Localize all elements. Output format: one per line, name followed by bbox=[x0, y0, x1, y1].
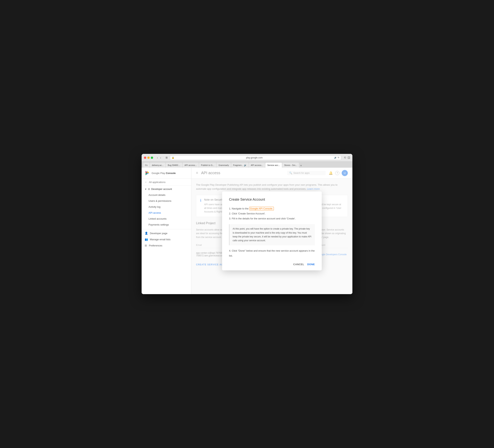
users-permissions-label: Users & permissions bbox=[148, 199, 171, 202]
back-arrow-icon: ← bbox=[145, 181, 147, 184]
modal-step2: 2. Click 'Create Service Account'. bbox=[229, 211, 315, 216]
sound-icon: 🔊 bbox=[334, 156, 337, 159]
linked-accounts-label: Linked accounts bbox=[148, 217, 167, 220]
nav-buttons: ‹ › bbox=[156, 156, 162, 160]
modal-step3: 3. Fill in the details for the service a… bbox=[229, 216, 315, 221]
modal-step1: 1. Navigate to the Google API Console. bbox=[229, 206, 315, 211]
lock-icon: 🔒 bbox=[172, 156, 174, 159]
modal-note: At this point, you will have the option … bbox=[229, 224, 315, 245]
back-button[interactable]: ‹ bbox=[156, 156, 159, 160]
tabs-bar: Cc delivery.ac... Bug 59400:... API acce… bbox=[142, 162, 352, 168]
reload-icon[interactable]: ↻ bbox=[338, 156, 339, 159]
toolbar-right: ⎋ ⊡ bbox=[344, 156, 350, 160]
tab-stores[interactable]: Stores - Sm... bbox=[282, 163, 299, 168]
payments-settings-label: Payments settings bbox=[148, 223, 169, 226]
sidebar-item-linked-accounts[interactable]: Linked accounts bbox=[142, 216, 191, 222]
sidebar-item-payments-settings[interactable]: Payments settings bbox=[142, 222, 191, 228]
modal-title: Create Service Account bbox=[229, 198, 315, 202]
sidebar-app-name: Google Play Console bbox=[152, 171, 176, 175]
sidebar-item-preferences[interactable]: ⊞ Preferences bbox=[142, 242, 191, 249]
close-button[interactable] bbox=[144, 157, 146, 159]
preferences-label: Preferences bbox=[149, 244, 162, 247]
manage-email-label: Manage email lists bbox=[150, 238, 171, 241]
account-details-label: Account details bbox=[148, 194, 165, 196]
sidebar-item-users-permissions[interactable]: Users & permissions bbox=[142, 198, 191, 204]
tab-api1[interactable]: API access... bbox=[183, 163, 199, 168]
preferences-icon: ⊞ bbox=[145, 244, 147, 247]
address-bar[interactable]: 🔒 play.google.com 🔊 ↻ bbox=[170, 155, 341, 160]
modal-create-service-account: Create Service Account 1. Navigate to th… bbox=[222, 191, 322, 270]
modal-steps: 1. Navigate to the Google API Console. 2… bbox=[229, 206, 315, 221]
main-panel: ≡ API access 🔍 🔔 ? U The Google Play Dev… bbox=[191, 168, 352, 294]
sidebar-divider-1 bbox=[142, 229, 191, 229]
developer-page-label: Developer page bbox=[150, 232, 167, 235]
chevron-down-icon: ▼ bbox=[145, 188, 147, 190]
titlebar: ‹ › ⊞ 🔒 play.google.com 🔊 ↻ ⎋ ⊡ bbox=[142, 154, 352, 162]
sidebar-back-button[interactable]: ← All applications bbox=[142, 179, 191, 186]
sidebar-developer-account[interactable]: ▼ ⊞ Developer account bbox=[142, 186, 191, 191]
browser-content: Google Play Console ← All applications ▼… bbox=[142, 168, 352, 294]
traffic-lights bbox=[144, 157, 153, 159]
tab-service-acc[interactable]: Service acc... bbox=[265, 163, 282, 168]
sidebar-item-developer-page[interactable]: 👤 Developer page bbox=[142, 230, 191, 236]
modal-actions: CANCEL DONE bbox=[229, 263, 315, 266]
done-button[interactable]: DONE bbox=[307, 263, 315, 266]
tab-cc[interactable]: Cc bbox=[143, 163, 149, 168]
sidebar-section-developer: Account details Users & permissions Acti… bbox=[142, 191, 191, 228]
modal-step4-container: 4. Click "Done" below and ensure that th… bbox=[229, 248, 315, 258]
sidebar-item-account-details[interactable]: Account details bbox=[142, 192, 191, 198]
sidebar-item-activity-log[interactable]: Activity log bbox=[142, 204, 191, 210]
google-play-logo bbox=[145, 170, 150, 176]
new-tab-button[interactable]: + bbox=[299, 164, 303, 167]
cancel-button[interactable]: CANCEL bbox=[293, 263, 304, 266]
browser-window: ‹ › ⊞ 🔒 play.google.com 🔊 ↻ ⎋ ⊡ Cc deliv… bbox=[142, 154, 352, 294]
tab-delivery[interactable]: delivery.ac... bbox=[150, 163, 165, 168]
tab-view-button[interactable]: ⊞ bbox=[165, 156, 168, 160]
modal-step4: 4. Click "Done" below and ensure that th… bbox=[229, 248, 315, 258]
fullscreen-icon[interactable]: ⊡ bbox=[348, 156, 350, 160]
all-applications-label: All applications bbox=[149, 181, 166, 184]
modal-overlay: Create Service Account 1. Navigate to th… bbox=[191, 168, 352, 294]
tab-bug[interactable]: Bug 59400:... bbox=[166, 163, 182, 168]
tab-api2[interactable]: API access... bbox=[249, 163, 265, 168]
svg-marker-3 bbox=[147, 171, 149, 173]
grid-icon: ⊞ bbox=[148, 187, 150, 190]
google-api-console-link[interactable]: Google API Console. bbox=[249, 207, 274, 210]
sidebar-item-manage-email[interactable]: 👥 Manage email lists bbox=[142, 236, 191, 242]
api-access-label: API access bbox=[148, 211, 161, 214]
developer-page-icon: 👤 bbox=[145, 232, 148, 235]
tab-publish[interactable]: Publish to G... bbox=[199, 163, 216, 168]
activity-log-label: Activity log bbox=[148, 205, 161, 208]
developer-account-label: Developer account bbox=[151, 187, 172, 190]
sidebar-item-api-access[interactable]: API access bbox=[142, 210, 191, 216]
sidebar: Google Play Console ← All applications ▼… bbox=[142, 168, 191, 294]
forward-button[interactable]: › bbox=[160, 156, 162, 160]
manage-email-icon: 👥 bbox=[145, 238, 148, 241]
url-display: play.google.com bbox=[174, 156, 334, 159]
tab-fragment[interactable]: Fragmen... 🔊 bbox=[231, 163, 248, 168]
maximize-button[interactable] bbox=[151, 157, 153, 159]
sidebar-header: Google Play Console bbox=[142, 168, 191, 179]
minimize-button[interactable] bbox=[147, 157, 150, 159]
tab-grammarly[interactable]: Grammarly bbox=[217, 163, 231, 168]
share-icon[interactable]: ⎋ bbox=[344, 156, 346, 160]
